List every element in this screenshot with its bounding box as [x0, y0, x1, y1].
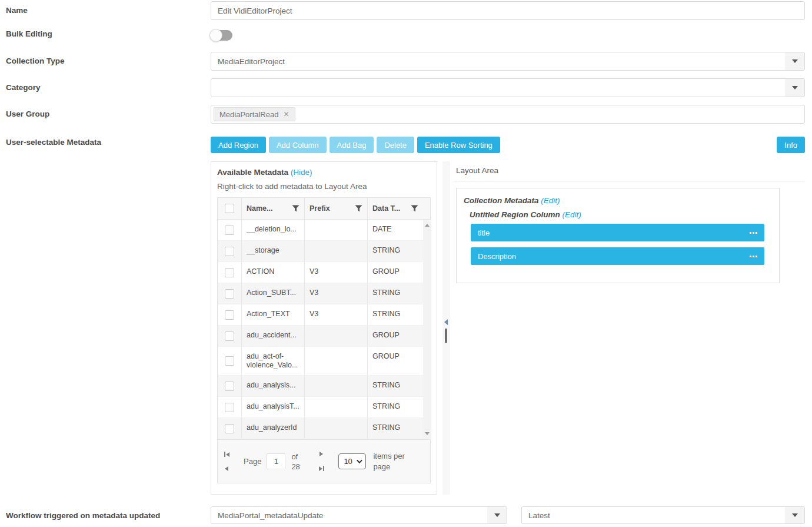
- workflow-version-arrow[interactable]: [785, 507, 804, 523]
- grid-header: Name... Prefix Data T...: [218, 198, 430, 220]
- table-row[interactable]: __deletion_lo... DATE: [218, 220, 423, 241]
- collection-type-value: MediaEditorProject: [211, 57, 785, 66]
- prev-page-icon[interactable]: [225, 466, 228, 471]
- bulk-editing-toggle[interactable]: [211, 30, 232, 41]
- category-row: Category: [0, 78, 812, 97]
- add-bag-button[interactable]: Add Bag: [330, 137, 374, 153]
- workflow-dropdown[interactable]: MediaPortal_metadataUpdate: [211, 506, 507, 524]
- divider: [454, 181, 805, 181]
- name-input[interactable]: [211, 2, 804, 19]
- collection-type-row: Collection Type MediaEditorProject: [0, 52, 812, 71]
- row-checkbox[interactable]: [225, 310, 234, 320]
- table-row[interactable]: adu_analyzerId STRING: [218, 418, 423, 439]
- workflow-label: Workflow triggered on metadata updated: [0, 506, 211, 520]
- bar-menu-dots-icon[interactable]: [750, 256, 757, 257]
- table-row[interactable]: Action_TEXT V3 STRING: [218, 304, 423, 326]
- collection-type-label: Collection Type: [0, 52, 211, 65]
- page-size-value: 10: [344, 457, 352, 466]
- workflow-dropdown-arrow[interactable]: [487, 507, 507, 523]
- workflow-version-dropdown[interactable]: Latest: [521, 506, 805, 524]
- grid-body: __deletion_lo... DATE __storage STRING: [218, 220, 430, 439]
- column-header-datatype: Data T...: [367, 198, 423, 219]
- chevron-down-icon: [792, 513, 798, 517]
- category-arrow[interactable]: [785, 79, 804, 97]
- table-row[interactable]: ACTION V3 GROUP: [218, 262, 423, 283]
- grid-pager: Page of 28 10 items per page: [218, 439, 430, 483]
- first-page-icon[interactable]: [224, 452, 229, 457]
- row-checkbox[interactable]: [225, 424, 234, 433]
- next-page-icon[interactable]: [320, 452, 323, 456]
- metadata-panels: Available Metadata (Hide) Right-click to…: [211, 161, 805, 495]
- table-row[interactable]: adu_act-of-violence_Valo... GROUP: [218, 347, 423, 376]
- table-row[interactable]: __storage STRING: [218, 241, 423, 262]
- table-row[interactable]: adu_analysisT... STRING: [218, 397, 423, 418]
- user-group-row: User Group MediaPortalRead ✕: [0, 105, 812, 124]
- collection-metadata-label: Collection Metadata: [464, 196, 539, 205]
- add-column-button[interactable]: Add Column: [269, 137, 327, 153]
- name-row: Name: [0, 1, 812, 20]
- row-checkbox[interactable]: [225, 226, 234, 235]
- available-metadata-title-row: Available Metadata (Hide): [217, 168, 431, 177]
- row-checkbox[interactable]: [225, 268, 234, 277]
- items-per-page-label: items per page: [373, 451, 415, 472]
- table-row[interactable]: Action_SUBT... V3 STRING: [218, 283, 423, 304]
- chevron-down-icon: [494, 513, 500, 517]
- collection-metadata-edit-link[interactable]: (Edit): [541, 196, 560, 205]
- layout-area-panel: Layout Area Collection Metadata (Edit) U…: [454, 161, 805, 495]
- collection-type-dropdown[interactable]: MediaEditorProject: [211, 52, 805, 71]
- layout-area-title: Layout Area: [454, 166, 805, 175]
- select-all-checkbox[interactable]: [225, 204, 234, 213]
- enable-row-sorting-button[interactable]: Enable Row Sorting: [417, 137, 500, 153]
- available-metadata-hint: Right-click to add metadata to Layout Ar…: [217, 182, 431, 191]
- bulk-editing-label: Bulk Editing: [0, 28, 211, 38]
- row-checkbox[interactable]: [225, 382, 234, 391]
- scroll-up-icon[interactable]: [425, 224, 430, 227]
- info-button[interactable]: Info: [777, 137, 805, 153]
- table-row[interactable]: adu_accident... GROUP: [218, 326, 423, 347]
- filter-icon[interactable]: [292, 205, 299, 212]
- last-page-icon[interactable]: [319, 466, 324, 471]
- page-size-select[interactable]: 10: [338, 453, 366, 469]
- page-total-label: of 28: [291, 452, 308, 472]
- row-checkbox[interactable]: [225, 403, 234, 412]
- collapse-panel-icon[interactable]: [444, 319, 448, 325]
- user-group-input[interactable]: MediaPortalRead ✕: [211, 105, 805, 124]
- name-label: Name: [0, 1, 211, 15]
- region-column-edit-link[interactable]: (Edit): [563, 210, 581, 219]
- workflow-controls: MediaPortal_metadataUpdate Latest: [211, 506, 805, 524]
- metadata-grid: Name... Prefix Data T...: [217, 197, 431, 483]
- filter-icon[interactable]: [355, 205, 362, 212]
- row-checkbox[interactable]: [225, 356, 234, 366]
- filter-icon[interactable]: [411, 205, 418, 212]
- scroll-down-icon[interactable]: [425, 432, 430, 435]
- chevron-down-icon: [357, 458, 362, 463]
- add-region-button[interactable]: Add Region: [211, 137, 266, 153]
- grid-rows: __deletion_lo... DATE __storage STRING: [218, 220, 423, 439]
- bar-menu-dots-icon[interactable]: [750, 232, 757, 234]
- collection-metadata-heading: Collection Metadata (Edit): [464, 196, 772, 205]
- category-dropdown[interactable]: [211, 78, 805, 97]
- chevron-down-icon: [792, 59, 798, 63]
- splitter-drag-handle[interactable]: [445, 329, 447, 343]
- metadata-bar-title[interactable]: title: [471, 224, 764, 241]
- table-row[interactable]: adu_analysis... STRING: [218, 376, 423, 397]
- row-checkbox[interactable]: [225, 289, 234, 299]
- layout-area-box: Collection Metadata (Edit) Untitled Regi…: [456, 188, 780, 283]
- tag-label: MediaPortalRead: [219, 110, 278, 119]
- user-group-tag: MediaPortalRead ✕: [214, 107, 295, 121]
- row-checkbox[interactable]: [225, 332, 234, 341]
- user-selectable-metadata-label: User-selectable Metadata: [0, 137, 211, 147]
- metadata-bar-description[interactable]: Description: [471, 247, 764, 265]
- panel-splitter[interactable]: [442, 161, 450, 495]
- hide-link[interactable]: (Hide): [291, 168, 312, 177]
- user-selectable-metadata-row: User-selectable Metadata Add Region Add …: [0, 137, 812, 495]
- collection-type-arrow[interactable]: [785, 52, 804, 70]
- row-checkbox[interactable]: [225, 247, 234, 256]
- delete-button[interactable]: Delete: [377, 137, 414, 153]
- page-number-input[interactable]: [267, 453, 285, 469]
- table-scrollbar[interactable]: [423, 220, 431, 439]
- bulk-editing-row: Bulk Editing: [0, 28, 812, 41]
- user-group-label: User Group: [0, 105, 211, 118]
- remove-tag-icon[interactable]: ✕: [283, 110, 289, 118]
- chevron-down-icon: [792, 86, 798, 90]
